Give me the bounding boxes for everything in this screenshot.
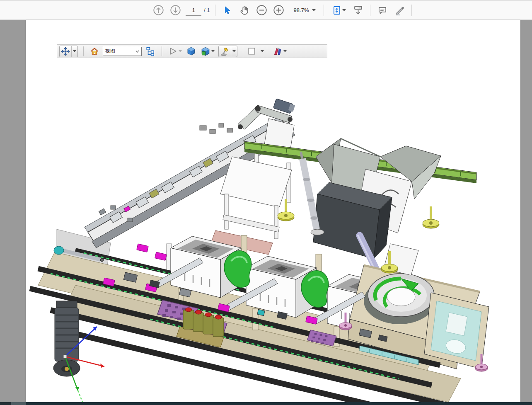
chevron-down-icon	[261, 50, 264, 52]
magenta-slider	[137, 244, 149, 252]
background-color-button[interactable]	[246, 46, 265, 57]
home-icon	[90, 47, 99, 56]
chevron-down-icon	[283, 50, 287, 52]
toolbar-separator	[83, 46, 84, 56]
add-comment-button[interactable]	[376, 4, 389, 17]
background-swatch-icon	[247, 46, 256, 56]
play-animation-button[interactable]	[167, 46, 183, 57]
page-fit-button[interactable]	[329, 4, 348, 17]
fit-width-icon	[353, 5, 364, 16]
next-page-button[interactable]	[169, 4, 182, 17]
toolbar-separator	[370, 5, 370, 16]
play-icon	[168, 46, 178, 56]
zoom-level-value: 98.7%	[291, 7, 309, 13]
view-dropdown-value: 视图	[105, 48, 115, 55]
view-orientation-button[interactable]	[200, 46, 215, 57]
lighting-mode-dropdown[interactable]	[231, 46, 237, 57]
minus-circle-icon	[256, 5, 267, 16]
zoom-level-select[interactable]: 98.7%	[289, 5, 318, 15]
page-total-label: / 1	[204, 7, 210, 13]
cross-section-icon	[273, 46, 283, 56]
taskbar-segment-main	[26, 402, 532, 405]
zoom-out-button[interactable]	[255, 4, 268, 17]
taskbar-segment-light	[11, 402, 26, 405]
yellow-foot	[423, 206, 439, 228]
page-number-group: / 1	[186, 5, 210, 16]
default-view-home-button[interactable]	[89, 46, 100, 57]
highlight-text-button[interactable]	[393, 4, 406, 17]
lighting-mode-button[interactable]	[219, 46, 231, 57]
chevron-down-icon	[211, 50, 215, 52]
previous-page-button[interactable]	[152, 4, 165, 17]
arrow-down-circle-icon	[170, 5, 181, 16]
model-tree-button[interactable]	[145, 46, 156, 57]
chevron-down-icon	[73, 50, 76, 52]
pan-rotate-button[interactable]	[60, 46, 71, 57]
chevron-down-icon	[312, 9, 316, 11]
toolbar-separator	[162, 46, 162, 56]
desk-lamp-icon	[220, 46, 230, 56]
hand-tool-button[interactable]	[238, 4, 251, 17]
cube-green-face-icon	[201, 46, 210, 56]
projection-cube-button[interactable]	[186, 46, 197, 57]
zoom-in-button[interactable]	[272, 4, 285, 17]
model-tree-icon	[145, 46, 155, 56]
cad-3d-viewport[interactable]	[26, 20, 520, 402]
magenta-slider	[155, 252, 167, 260]
taskbar-segment-dark	[0, 402, 11, 405]
pan-rotate-dropdown[interactable]	[71, 46, 77, 57]
pan-rotate-tool	[59, 46, 78, 57]
toolbar-separator	[215, 5, 215, 16]
chevron-down-icon	[135, 50, 139, 53]
chevron-down-icon	[232, 50, 236, 52]
hand-icon	[239, 5, 250, 16]
viewer-3d-toolbar: 视图	[57, 44, 327, 58]
chevron-down-icon	[342, 9, 346, 11]
document-area: 视图	[0, 20, 532, 402]
view-dropdown[interactable]: 视图	[103, 47, 142, 56]
pdf-toolbar: / 1 98.7%	[0, 0, 532, 20]
fit-page-icon	[331, 5, 342, 16]
page-number-input[interactable]	[186, 5, 201, 16]
scrolling-mode-button[interactable]	[351, 4, 365, 17]
toolbar-separator	[411, 5, 412, 16]
pdf-toolbar-row: / 1 98.7%	[152, 1, 414, 19]
cross-section-button[interactable]	[272, 46, 288, 57]
gear-motor	[53, 301, 80, 376]
toolbar-separator	[324, 5, 324, 16]
cursor-arrow-icon	[222, 5, 233, 16]
lighting-mode-tool	[218, 46, 237, 57]
chevron-down-icon	[179, 50, 182, 52]
select-tool-button[interactable]	[221, 4, 234, 17]
plus-circle-icon	[273, 5, 284, 16]
comment-bubble-icon	[377, 5, 388, 16]
arrow-up-circle-icon	[153, 5, 164, 16]
highlighter-icon	[394, 5, 405, 16]
pdf-page: 视图	[26, 20, 520, 402]
taskbar-edge[interactable]	[0, 402, 532, 405]
blue-cube-icon	[186, 46, 196, 56]
pan-4way-arrow-icon	[61, 47, 70, 56]
